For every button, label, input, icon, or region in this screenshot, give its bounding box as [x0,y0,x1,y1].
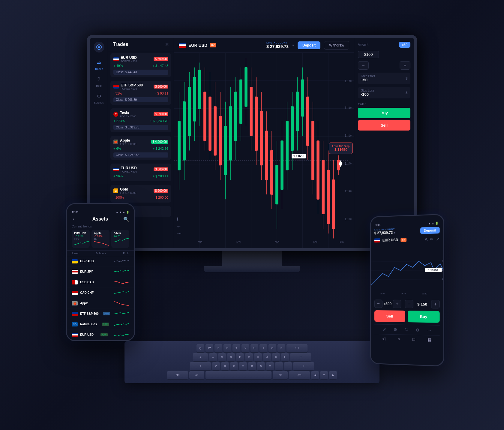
key-period[interactable]: . [284,362,292,370]
key-backspace[interactable]: ⌫ [286,344,308,352]
key-z[interactable]: Z [212,362,220,370]
key-e[interactable]: E [214,344,222,352]
pointer-icon[interactable]: ↗ [436,236,440,242]
settings-icon[interactable]: ⚙ [394,327,398,332]
key-j[interactable]: J [263,353,271,361]
expand-icon[interactable]: ⤢ [382,327,386,332]
buy-button[interactable]: Buy [358,108,410,118]
key-ctrl[interactable]: ctrl [167,371,188,379]
key-q[interactable]: Q [196,344,204,352]
key-x[interactable]: X [221,362,229,370]
key-a[interactable]: A [209,353,217,361]
sidebar-item-help[interactable]: ? Help [95,75,103,87]
gear-icon[interactable]: ⚙ [416,327,420,332]
close-trade-button[interactable]: Close: $ 3,319.70 [113,125,168,130]
deposit-button[interactable]: Deposit [298,41,320,49]
list-item[interactable]: CAD CHF [67,288,134,298]
minus-button[interactable]: − [374,299,382,308]
chart-icon[interactable]: 〰 [177,231,181,236]
close-trade-button[interactable]: Close: $ 206.89 [113,97,168,102]
close-trade-button[interactable]: Close: $ 4,242.56 [113,152,168,158]
key-alt[interactable]: alt [189,371,204,379]
pencil-icon[interactable]: ✏ [430,236,434,241]
list-item[interactable]: GBP AUD [67,256,134,267]
sidebar-item-settings[interactable]: ⚙ Settings [94,92,104,104]
plus-button[interactable]: + [400,61,410,70]
android-home-icon[interactable]: ○ [398,336,400,341]
chart-nav-icon[interactable]: ⇅ [405,327,408,332]
key-s[interactable]: S [218,353,226,361]
text-tool-icon[interactable]: A [425,237,428,242]
trend-card-silver: Silver +4.21 [111,230,129,248]
back-button[interactable]: ← [72,216,77,222]
key-b[interactable]: B [248,362,256,370]
svg-text:1.11680: 1.11680 [345,134,352,137]
key-w[interactable]: W [206,344,213,352]
key-k[interactable]: K [272,353,280,361]
key-d[interactable]: D [227,353,235,361]
list-item[interactable]: NG Natural Gas 70% [67,319,134,330]
symbol-flag-icon [374,238,380,242]
phone-sell-button[interactable]: Sell [374,310,405,322]
key-comma[interactable]: , [275,362,283,370]
list-item[interactable]: USD CAD [67,277,134,288]
list-item[interactable]: EUR USD 70% [67,330,134,340]
key-c[interactable]: C [230,362,238,370]
amount-input[interactable] [358,51,379,58]
flag-icon [72,270,78,274]
search-icon[interactable]: 🔍 [123,216,129,222]
key-v[interactable]: V [239,362,247,370]
svg-text:17:40: 17:40 [422,293,427,295]
key-g[interactable]: G [245,353,253,361]
phone-buy-button[interactable]: Buy [408,311,440,323]
key-r[interactable]: R [224,344,231,352]
close-trades-button[interactable]: ✕ [165,42,169,47]
key-l[interactable]: L [281,353,289,361]
minus-amount-button[interactable]: − [405,299,413,308]
dropdown-icon[interactable]: ▾ [292,43,294,47]
key-o[interactable]: O [268,344,276,352]
stop-loss-value: -100 [361,92,374,97]
key-h[interactable]: H [254,353,262,361]
android-back-icon[interactable]: ◁ [382,336,386,341]
key-u[interactable]: U [250,344,258,352]
list-item[interactable]: EUR JPY [67,267,134,277]
key-right[interactable]: ▶ [329,371,337,379]
list-item[interactable]: ETF S&P 500 10% [67,309,134,319]
key-y[interactable]: Y [242,344,249,352]
dropdown-icon[interactable]: ▾ [394,231,395,234]
key-ctrl-r[interactable]: ctrl [289,371,310,379]
phone-deposit-button[interactable]: Deposit [420,227,440,234]
key-left[interactable]: ◀ [311,371,319,379]
live-account-label: LIVE ACCOUNT [266,41,289,44]
key-shift-r[interactable]: ⇧ [293,362,314,370]
android-recent-icon[interactable]: □ [412,337,415,341]
withdraw-button[interactable]: Withdraw [324,41,349,50]
list-item[interactable]: 🍎 Apple [67,298,134,309]
key-n[interactable]: N [257,362,265,370]
key-i[interactable]: I [260,344,267,352]
key-p[interactable]: P [278,344,285,352]
plus-button[interactable]: + [393,299,401,308]
draw-tool-icon[interactable]: Ꮀ [177,217,181,222]
badge: 70% [102,323,109,326]
sidebar-item-trades[interactable]: ⇄ Trades [95,59,103,71]
minus-button[interactable]: − [358,61,369,70]
key-t[interactable]: T [232,344,240,352]
key-alt-r[interactable]: alt [273,371,288,379]
pencil-icon[interactable]: ✏ [177,224,181,229]
key-space[interactable] [206,371,272,379]
android-nav-icon[interactable]: ▦ [428,337,431,342]
key-m[interactable]: M [266,362,274,370]
stop-loss-currency: $ [406,91,407,95]
key-down[interactable]: ▼ [320,371,328,379]
plus-amount-button[interactable]: + [431,300,440,308]
key-tab[interactable]: ⇥ [193,353,208,361]
key-shift[interactable]: ⇧ [190,362,211,370]
key-f[interactable]: F [236,353,244,361]
more-icon[interactable]: ··· [428,328,431,332]
sell-button[interactable]: Sell [358,120,410,131]
close-trade-button[interactable]: Close: $ 447.43 [113,70,168,75]
stop-loss-label: Stop Loss [361,89,374,92]
key-enter[interactable]: ↵ [290,353,311,361]
